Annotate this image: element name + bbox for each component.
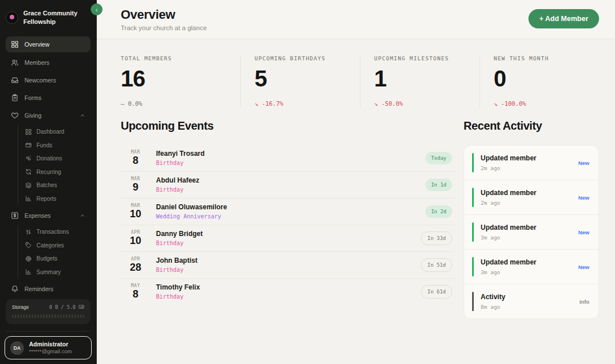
- event-name: John Baptist: [156, 257, 421, 264]
- event-name: Timothy Felix: [156, 283, 421, 291]
- sidebar-item-newcomers[interactable]: Newcomers: [6, 72, 91, 88]
- event-countdown-badge: In 33d: [421, 231, 452, 245]
- org-logo: [6, 11, 18, 24]
- activity-status-bar: [472, 222, 474, 242]
- sidebar-subitem-funds[interactable]: Funds: [23, 139, 91, 152]
- stat-value: 1: [374, 66, 469, 91]
- sidebar: Grace Community Fellowship OverviewMembe…: [0, 0, 97, 364]
- event-type: Birthday: [156, 187, 425, 193]
- page-title: Overview: [121, 7, 207, 22]
- sidebar-subitem-budgets[interactable]: Budgets: [23, 252, 91, 266]
- event-info: Timothy FelixBirthday: [156, 283, 421, 300]
- event-date: APR28: [125, 257, 146, 273]
- avatar: DA: [10, 341, 24, 355]
- storage-progress-bar: [12, 315, 84, 318]
- sidebar-item-giving[interactable]: Giving: [6, 107, 91, 123]
- stat-label: UPCOMING BIRTHDAYS: [255, 55, 350, 61]
- activity-item[interactable]: Activity8m agoInfo: [464, 284, 598, 318]
- stat-card-new-this-month: NEW THIS MONTH0↘ -100.0%: [479, 55, 599, 107]
- sidebar-item-label: Newcomers: [24, 77, 56, 84]
- tag-icon: [25, 242, 32, 249]
- activity-time: 3m ago: [481, 234, 573, 241]
- add-member-button[interactable]: + Add Member: [528, 9, 599, 28]
- activity-item[interactable]: Updated member2m agoNew: [464, 146, 598, 180]
- event-row[interactable]: MAR8Ifeanyi TrosardBirthdayToday: [121, 145, 454, 171]
- sidebar-subitem-label: Recurring: [36, 169, 61, 175]
- event-name: Abdul Hafeez: [156, 176, 425, 184]
- recent-activity-section: Recent Activity Updated member2m agoNewU…: [464, 119, 599, 319]
- sidebar-item-label: Overview: [24, 41, 50, 48]
- sidebar-item-reminders[interactable]: Reminders: [6, 281, 91, 296]
- event-type: Birthday: [156, 293, 421, 300]
- event-countdown-badge: In 51d: [421, 258, 452, 272]
- sidebar-item-expenses[interactable]: Expenses: [6, 208, 91, 223]
- account-menu[interactable]: DA Administrator ******@gmail.com: [5, 336, 92, 359]
- sidebar-nav: OverviewMembersNewcomersFormsGivingDashb…: [0, 34, 96, 296]
- chevron-up-icon: [80, 113, 85, 118]
- target-icon: [25, 255, 32, 262]
- heart-icon: [11, 111, 19, 119]
- activity-status-bar: [472, 257, 474, 276]
- event-date: MAY8: [125, 283, 146, 300]
- stat-delta: ↘ -50.0%: [374, 100, 469, 107]
- event-info: Danny BridgetBirthday: [156, 230, 421, 246]
- event-type: Birthday: [156, 267, 421, 273]
- event-date: MAR10: [125, 203, 146, 220]
- event-type: Wedding Anniversary: [156, 213, 425, 220]
- chevron-up-icon: [80, 213, 85, 218]
- activity-item[interactable]: Updated member3m agoNew: [464, 214, 598, 249]
- sidebar-subitem-batches[interactable]: Batches: [23, 179, 91, 192]
- stat-label: UPCOMING MILESTONES: [374, 55, 469, 61]
- sidebar-subitem-categories[interactable]: Categories: [23, 239, 91, 253]
- sidebar-subitem-reports[interactable]: Reports: [23, 192, 91, 206]
- event-type: Birthday: [156, 160, 425, 166]
- stats-row: TOTAL MEMBERS16— 0.0%UPCOMING BIRTHDAYS5…: [97, 39, 615, 107]
- sidebar-subitem-label: Reports: [36, 196, 56, 202]
- event-row[interactable]: MAY8Timothy FelixBirthdayIn 61d: [121, 278, 454, 305]
- sidebar-item-forms[interactable]: Forms: [6, 90, 91, 105]
- sidebar-item-label: Members: [24, 59, 50, 66]
- storage-label: Storage: [12, 304, 29, 310]
- sidebar-subitem-recurring[interactable]: Recurring: [23, 166, 91, 179]
- chart-icon: [25, 195, 32, 202]
- wallet-icon: [25, 142, 32, 148]
- org-header: Grace Community Fellowship: [0, 0, 96, 34]
- activity-item[interactable]: Updated member3m agoNew: [464, 249, 598, 284]
- sidebar-item-members[interactable]: Members: [6, 55, 91, 70]
- activity-body: Activity8m ago: [481, 293, 575, 310]
- event-countdown-badge: In 2d: [425, 205, 452, 218]
- activity-body: Updated member3m ago: [481, 224, 573, 241]
- activity-time: 2m ago: [481, 200, 573, 206]
- event-month: MAR: [125, 150, 146, 155]
- sidebar-item-overview[interactable]: Overview: [6, 36, 91, 52]
- page-header: Overview Track your church at a glance +…: [97, 0, 615, 39]
- inbox-icon: [11, 76, 19, 84]
- activity-section-title: Recent Activity: [464, 119, 599, 133]
- event-row[interactable]: APR10Danny BridgetBirthdayIn 33d: [121, 225, 454, 251]
- activity-title: Updated member: [481, 189, 573, 197]
- event-month: MAR: [125, 203, 146, 208]
- event-day: 10: [125, 235, 146, 246]
- event-info: Abdul HafeezBirthday: [156, 176, 425, 193]
- event-month: APR: [125, 230, 146, 235]
- event-row[interactable]: MAR10Daniel OluwasemiloreWedding Anniver…: [121, 198, 454, 225]
- event-date: APR10: [125, 230, 146, 246]
- event-month: MAR: [125, 176, 146, 181]
- org-name: Grace Community Fellowship: [23, 9, 89, 26]
- event-row[interactable]: APR28John BaptistBirthdayIn 51d: [121, 251, 454, 278]
- sidebar-collapse-button[interactable]: ‹: [91, 3, 102, 15]
- activity-item[interactable]: Updated member2m agoNew: [464, 180, 598, 214]
- sidebar-subitem-summary[interactable]: Summary: [23, 266, 91, 279]
- activity-title: Updated member: [481, 154, 573, 162]
- event-countdown-badge: In 61d: [421, 285, 452, 299]
- event-day: 8: [125, 155, 146, 166]
- sidebar-subitem-donations[interactable]: Donations: [23, 152, 91, 166]
- sidebar-subitem-transactions[interactable]: Transactions: [23, 225, 91, 239]
- sidebar-subitem-dashboard[interactable]: Dashboard: [23, 125, 91, 139]
- bell-icon: [11, 285, 19, 293]
- event-day: 28: [125, 262, 146, 273]
- stat-card-upcoming-birthdays: UPCOMING BIRTHDAYS5↘ -16.7%: [240, 55, 360, 107]
- stat-label: TOTAL MEMBERS: [121, 55, 230, 61]
- activity-body: Updated member2m ago: [481, 189, 573, 206]
- event-row[interactable]: MAR9Abdul HafeezBirthdayIn 1d: [121, 171, 454, 198]
